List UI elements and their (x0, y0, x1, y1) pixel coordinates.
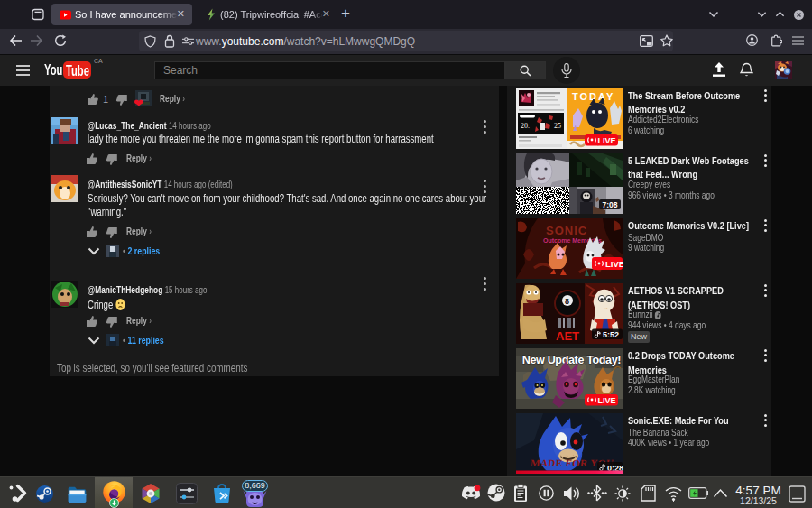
svg-text:25: 25 (554, 122, 561, 130)
svg-text:20.: 20. (521, 122, 530, 130)
svg-text:7:08: 7:08 (603, 200, 618, 209)
svg-text:SONIC: SONIC (546, 224, 587, 237)
svg-text:5:52: 5:52 (603, 330, 619, 339)
svg-text:LIVE: LIVE (598, 136, 616, 145)
svg-text:8: 8 (565, 297, 569, 306)
svg-text:LIVE: LIVE (598, 396, 616, 405)
svg-text:LIVE: LIVE (605, 259, 623, 269)
svg-text:New Update Today!: New Update Today! (522, 353, 622, 366)
svg-text:AET: AET (556, 329, 579, 343)
